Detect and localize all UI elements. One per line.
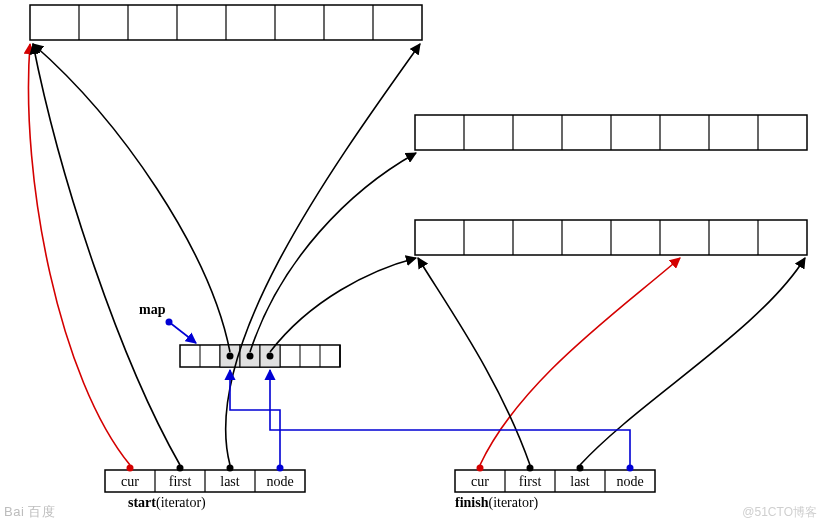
start-last-dot xyxy=(227,465,234,472)
arrow-start-last xyxy=(226,44,420,465)
arrow-map2-to-buf3 xyxy=(270,258,416,352)
arrow-map1-to-buf2 xyxy=(250,153,416,352)
buffer-3 xyxy=(415,220,807,255)
map-dot-0 xyxy=(227,353,234,360)
arrow-start-node xyxy=(230,370,280,465)
finish-iterator: cur first last node xyxy=(455,465,655,493)
start-node-dot xyxy=(277,465,284,472)
finish-node-label: node xyxy=(616,474,643,489)
start-first-dot xyxy=(177,465,184,472)
watermark-right: @51CTO博客 xyxy=(742,504,817,521)
diagram-canvas: cur first last node cur first last node xyxy=(0,0,825,527)
arrow-finish-cur xyxy=(480,258,680,465)
start-last-label: last xyxy=(220,474,240,489)
buffer-1 xyxy=(30,5,422,40)
finish-first-label: first xyxy=(519,474,542,489)
arrow-finish-node xyxy=(270,370,630,465)
start-first-label: first xyxy=(169,474,192,489)
finish-last-dot xyxy=(577,465,584,472)
arrow-start-first xyxy=(33,44,180,465)
start-iterator: cur first last node xyxy=(105,465,305,493)
finish-cur-dot xyxy=(477,465,484,472)
finish-iterator-label: finish(iterator) xyxy=(455,495,538,511)
map-dot-1 xyxy=(247,353,254,360)
buffer-2 xyxy=(415,115,807,150)
watermark-left: Bai 百度 xyxy=(4,503,55,521)
map-label: map xyxy=(139,302,165,318)
arrow-start-cur xyxy=(28,44,130,465)
map-dot-2 xyxy=(267,353,274,360)
start-iterator-label: start(iterator) xyxy=(128,495,206,511)
finish-cur-label: cur xyxy=(471,474,489,489)
arrow-map-label xyxy=(169,322,196,343)
map-row xyxy=(180,345,340,367)
start-cur-label: cur xyxy=(121,474,139,489)
start-cur-dot xyxy=(127,465,134,472)
arrow-finish-last xyxy=(580,258,805,465)
finish-node-dot xyxy=(627,465,634,472)
start-node-label: node xyxy=(266,474,293,489)
finish-last-label: last xyxy=(570,474,590,489)
finish-first-dot xyxy=(527,465,534,472)
arrow-map0-to-buf1 xyxy=(33,44,230,352)
arrow-finish-first xyxy=(418,258,530,465)
